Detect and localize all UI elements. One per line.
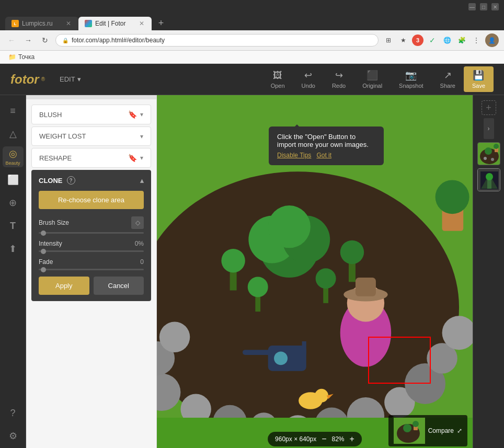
app-body: ≡ △ ◎ Beauty ⬜ ⊕ T ⬆ ? — [0, 95, 504, 448]
clone-label: CLONE — [39, 177, 63, 185]
tab-lumpics-close[interactable]: ✕ — [65, 20, 72, 27]
sidebar-item-text[interactable]: T — [3, 215, 24, 236]
bookmark-tochka[interactable]: 📁 Точка — [5, 52, 38, 62]
fade-thumb[interactable] — [41, 267, 46, 272]
tool-original[interactable]: ⬛ Original — [354, 66, 391, 92]
panel: BLUSH 🔖 ▾ WEIGHT LOST ▾ RESHAPE — [26, 95, 157, 448]
title-bar: — □ ✕ — [0, 0, 504, 14]
tool-open-label: Open — [271, 83, 285, 89]
maximize-button[interactable]: □ — [480, 3, 487, 10]
intensity-label: Intensity — [39, 240, 62, 247]
intensity-track[interactable] — [39, 250, 144, 252]
reshape-bookmark-icon: 🔖 — [128, 154, 137, 162]
add-image-button[interactable]: + — [482, 100, 496, 115]
brush-size-label-row: Brush Size ◇ — [39, 216, 144, 229]
puzzle-icon[interactable]: 🧩 — [456, 35, 467, 46]
svg-point-19 — [268, 205, 311, 248]
tool-share-label: Share — [440, 83, 455, 89]
intensity-slider-group: Intensity 0% — [39, 240, 144, 252]
upload-icon: ⬆ — [9, 243, 17, 255]
zoom-out-button[interactable]: − — [322, 434, 326, 444]
logo-reg: ® — [41, 76, 45, 82]
tool-snapshot[interactable]: 📷 Snapshot — [391, 66, 431, 92]
expand-icon: ⤢ — [457, 427, 462, 434]
tab-lumpics[interactable]: L Lumpics.ru ✕ — [5, 17, 78, 30]
extension-icon-red[interactable]: 3 — [412, 35, 423, 46]
redo-icon: ↪ — [335, 70, 343, 81]
address-bar: ← → ↻ 🔒 fotor.com/app.html#/editor/beaut… — [0, 30, 504, 51]
clone-collapse-icon[interactable]: ▴ — [140, 177, 144, 185]
sidebar-item-effects[interactable]: △ — [3, 123, 24, 144]
canvas-area[interactable]: Click the "Open" Button to import more y… — [157, 95, 473, 448]
globe-icon[interactable]: 🌐 — [441, 35, 453, 46]
tab-fotor[interactable]: Edit | Fotor ✕ — [78, 17, 152, 30]
clone-header-left: CLONE ? — [39, 176, 75, 185]
help-icon: ? — [10, 408, 15, 419]
tool-open[interactable]: 🖼 Open — [262, 67, 293, 92]
weight-lost-expand-icon: ▾ — [140, 133, 143, 140]
fade-value: 0 — [140, 258, 144, 266]
panel-item-blush[interactable]: BLUSH 🔖 ▾ — [31, 105, 151, 124]
brush-size-slider-row — [39, 232, 144, 234]
got-it-link[interactable]: Got it — [316, 152, 331, 159]
brush-size-slider-group: Brush Size ◇ — [39, 216, 144, 234]
sidebar-item-adjust[interactable]: ≡ — [3, 100, 24, 121]
clone-actions: Apply Cancel — [39, 277, 144, 295]
compare-button[interactable]: Compare ⤢ — [388, 415, 467, 446]
minimize-button[interactable]: — — [468, 3, 476, 10]
url-box[interactable]: 🔒 fotor.com/app.html#/editor/beauty — [55, 34, 379, 47]
intensity-thumb[interactable] — [41, 249, 46, 254]
forward-button[interactable]: → — [22, 34, 35, 47]
thumbnail-1-preview — [478, 143, 500, 165]
sidebar-item-help[interactable]: ? — [3, 403, 24, 423]
tool-redo[interactable]: ↪ Redo — [324, 66, 354, 92]
sidebar-item-beauty[interactable]: ◎ Beauty — [3, 146, 24, 167]
right-arrow-button[interactable]: › — [484, 118, 494, 139]
tool-snapshot-label: Snapshot — [399, 83, 423, 89]
extension-icon-green[interactable]: ✓ — [427, 35, 438, 46]
svg-point-50 — [403, 424, 411, 432]
sidebar-item-sticker[interactable]: ⊕ — [3, 192, 24, 213]
profile-avatar[interactable]: 👤 — [485, 33, 499, 47]
sidebar-item-upload[interactable]: ⬆ — [3, 238, 24, 259]
tab-fotor-close[interactable]: ✕ — [138, 20, 145, 27]
tool-undo-label: Undo — [302, 83, 315, 89]
panel-item-weight-lost[interactable]: WEIGHT LOST ▾ — [31, 127, 151, 146]
menu-icon[interactable]: ⋮ — [471, 35, 482, 46]
blush-expand-icon: ▾ — [140, 111, 143, 118]
tab-lumpics-label: Lumpics.ru — [22, 20, 53, 27]
refresh-button[interactable]: ↻ — [39, 34, 51, 47]
sidebar-item-frames[interactable]: ⬜ — [3, 169, 24, 190]
sidebar-item-settings[interactable]: ⚙ — [3, 426, 24, 446]
svg-point-64 — [486, 173, 493, 180]
bookmark-star-icon[interactable]: ★ — [397, 35, 409, 46]
erase-brush-button[interactable]: ◇ — [131, 216, 144, 229]
thumbnail-1[interactable] — [477, 142, 500, 165]
text-icon: T — [10, 221, 16, 232]
zoom-in-button[interactable]: + — [350, 434, 354, 444]
new-tab-button[interactable]: + — [154, 16, 168, 30]
back-button[interactable]: ← — [5, 34, 18, 47]
tool-save[interactable]: 💾 Save — [464, 66, 494, 92]
brush-size-thumb[interactable] — [41, 231, 46, 236]
svg-rect-29 — [302, 341, 306, 354]
translate-icon[interactable]: ⊞ — [383, 35, 394, 46]
tool-share[interactable]: ↗ Share — [432, 66, 464, 92]
close-button[interactable]: ✕ — [491, 3, 499, 10]
svg-rect-63 — [487, 179, 491, 189]
tool-undo[interactable]: ↩ Undo — [293, 66, 324, 92]
disable-tips-link[interactable]: Disable Tips — [277, 152, 311, 159]
thumbnail-2[interactable] — [477, 168, 500, 191]
edit-dropdown-button[interactable]: EDIT ▾ — [55, 73, 85, 85]
clone-help-button[interactable]: ? — [67, 176, 75, 185]
apply-button[interactable]: Apply — [39, 277, 89, 295]
panel-item-reshape[interactable]: RESHAPE 🔖 ▾ — [31, 148, 151, 168]
blush-bookmark-icon: 🔖 — [128, 110, 137, 119]
cancel-button[interactable]: Cancel — [94, 277, 144, 295]
tooltip-box: Click the "Open" Button to import more y… — [269, 127, 384, 165]
brush-size-track[interactable] — [39, 232, 144, 234]
re-choose-clone-area-button[interactable]: Re-choose clone area — [39, 191, 144, 209]
save-icon: 💾 — [473, 70, 484, 81]
fade-track[interactable] — [39, 269, 144, 270]
svg-point-56 — [484, 157, 487, 160]
